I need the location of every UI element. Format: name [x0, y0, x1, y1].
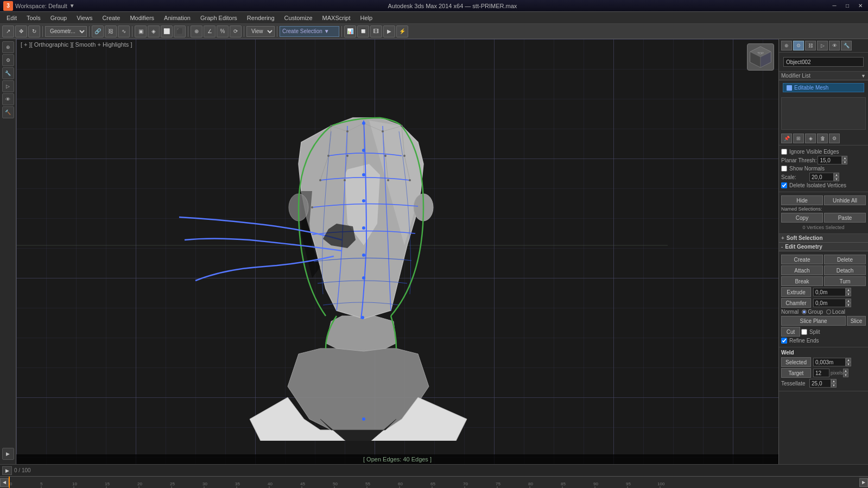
extrude-up[interactable]: ▲	[846, 288, 851, 292]
chamfer-down[interactable]: ▼	[846, 303, 851, 307]
close-button[interactable]: ✕	[856, 2, 865, 10]
menu-help[interactable]: Help	[356, 14, 377, 22]
modify-icon-btn[interactable]: ⚙	[793, 41, 804, 50]
paste-button[interactable]: Paste	[824, 213, 866, 223]
workspace-dropdown[interactable]: ▼	[69, 3, 75, 9]
hierarchy-panel-btn[interactable]: 🔧	[2, 67, 14, 79]
cut-button[interactable]: Cut	[781, 327, 800, 337]
weld-selected-button[interactable]: Selected	[781, 357, 811, 367]
view-select[interactable]: View	[246, 26, 275, 37]
hierarchy-icon-btn[interactable]: ⛓	[805, 41, 816, 50]
planar-thresh-input[interactable]	[818, 156, 842, 164]
detach-button[interactable]: Detach	[824, 265, 866, 275]
play-btn[interactable]: ▶	[2, 466, 12, 475]
display-panel-btn[interactable]: 👁	[2, 93, 14, 105]
link-btn[interactable]: 🔗	[92, 26, 104, 37]
window-crossing-btn[interactable]: ⬛	[174, 26, 186, 37]
render-btn[interactable]: 🎞	[370, 26, 382, 37]
motion-icon-btn[interactable]: ▷	[817, 41, 828, 50]
edit-geometry-header[interactable]: - Edit Geometry	[779, 243, 868, 251]
render-production-btn[interactable]: ▶	[383, 26, 395, 37]
menu-edit[interactable]: Edit	[2, 14, 21, 22]
menu-maxscript[interactable]: MAXScript	[318, 14, 355, 22]
ignore-visible-edges-cb[interactable]	[781, 149, 787, 155]
move-tool-btn[interactable]: ✥	[15, 26, 27, 37]
menu-rendering[interactable]: Rendering	[243, 14, 279, 22]
editable-mesh-modifier[interactable]: Editable Mesh	[783, 83, 864, 92]
copy-button[interactable]: Copy	[781, 213, 823, 223]
tessellate-down[interactable]: ▼	[831, 383, 837, 388]
extrude-down[interactable]: ▼	[846, 292, 851, 296]
menu-create[interactable]: Create	[98, 14, 124, 22]
select-tool-btn[interactable]: ↗	[2, 26, 14, 37]
timeline-prev-btn[interactable]: ◀	[0, 478, 9, 487]
menu-views[interactable]: Views	[72, 14, 97, 22]
geometry-mode-select[interactable]: Geometr...	[45, 26, 87, 37]
scale-down[interactable]: ▼	[834, 177, 839, 181]
bind-space-warp-btn[interactable]: ∿	[118, 26, 130, 37]
modify-panel-btn[interactable]: ⚙	[2, 54, 14, 66]
rotate-tool-btn[interactable]: ↻	[28, 26, 40, 37]
show-end-result-btn[interactable]: ⊞	[793, 134, 804, 143]
weld-target-button[interactable]: Target	[781, 368, 811, 378]
weld-selected-down[interactable]: ▼	[846, 362, 851, 366]
utilities-panel-btn[interactable]: 🔨	[2, 106, 14, 118]
weld-target-down[interactable]: ▼	[843, 373, 848, 377]
delete-isolated-cb[interactable]	[781, 182, 787, 188]
motion-panel-btn[interactable]: ▷	[2, 80, 14, 92]
object-name-input[interactable]	[783, 57, 864, 67]
weld-target-up[interactable]: ▲	[843, 369, 848, 373]
pin-stack-btn[interactable]: 📌	[781, 134, 792, 143]
extrude-button[interactable]: Extrude	[781, 287, 811, 297]
chamfer-up[interactable]: ▲	[846, 299, 851, 303]
planar-thresh-up[interactable]: ▲	[842, 156, 847, 160]
mini-listener-btn[interactable]: ▶	[2, 448, 14, 460]
scale-input[interactable]	[809, 173, 834, 181]
create-panel-btn[interactable]: ⊕	[2, 41, 14, 53]
display-icon-btn[interactable]: 👁	[829, 41, 840, 50]
timeline-track[interactable]: 0 5 10 15 20 25 30 35 40 45 50 55 60	[9, 477, 859, 488]
unlink-btn[interactable]: ⛓	[105, 26, 117, 37]
split-cb[interactable]	[801, 329, 807, 335]
angle-snap-btn[interactable]: ∠	[204, 26, 216, 37]
menu-graph-editors[interactable]: Graph Editors	[196, 14, 242, 22]
normal-group-radio[interactable]: Group	[802, 309, 823, 315]
menu-tools[interactable]: Tools	[22, 14, 45, 22]
maximize-button[interactable]: □	[843, 2, 852, 10]
refine-ends-cb[interactable]	[781, 338, 787, 344]
turn-button[interactable]: Turn	[824, 276, 866, 286]
make-unique-btn[interactable]: ◈	[805, 134, 816, 143]
timeline-next-btn[interactable]: ▶	[859, 478, 868, 487]
configure-modifier-btn[interactable]: ⚙	[829, 134, 840, 143]
viewport-nav-cube[interactable]: TOP	[747, 43, 774, 71]
create-selection-combo[interactable]: Create Selection ▼	[280, 26, 339, 37]
chamfer-button[interactable]: Chamfer	[781, 298, 811, 308]
normal-local-radio[interactable]: Local	[826, 309, 845, 315]
select-object-btn[interactable]: ◈	[148, 26, 160, 37]
hide-button[interactable]: Hide	[781, 195, 823, 205]
graph-editors-btn[interactable]: 📊	[344, 26, 356, 37]
select-region-btn[interactable]: ⬜	[161, 26, 173, 37]
remove-modifier-btn[interactable]: 🗑	[817, 134, 828, 143]
quick-render-btn[interactable]: ⚡	[396, 26, 408, 37]
slice-button[interactable]: Slice	[847, 316, 866, 326]
soft-selection-header[interactable]: + Soft Selection	[779, 234, 868, 243]
break-button[interactable]: Break	[781, 276, 823, 286]
attach-button[interactable]: Attach	[781, 265, 823, 275]
delete-button[interactable]: Delete	[824, 255, 866, 264]
select-filter-btn[interactable]: ▣	[135, 26, 147, 37]
snap-toggle-btn[interactable]: ⊕	[191, 26, 202, 37]
menu-group[interactable]: Group	[46, 14, 72, 22]
planar-thresh-down[interactable]: ▼	[842, 160, 847, 164]
material-editor-btn[interactable]: 🔲	[357, 26, 369, 37]
create-button[interactable]: Create	[781, 255, 823, 264]
percent-snap-btn[interactable]: %	[217, 26, 229, 37]
chamfer-input[interactable]	[813, 299, 846, 307]
weld-selected-input[interactable]	[813, 358, 846, 366]
scale-up[interactable]: ▲	[834, 173, 839, 177]
utilities-icon-btn[interactable]: 🔧	[841, 41, 852, 50]
tessellate-up[interactable]: ▲	[831, 379, 837, 383]
show-normals-cb[interactable]	[781, 166, 787, 172]
menu-customize[interactable]: Customize	[280, 14, 317, 22]
menu-modifiers[interactable]: Modifiers	[125, 14, 159, 22]
